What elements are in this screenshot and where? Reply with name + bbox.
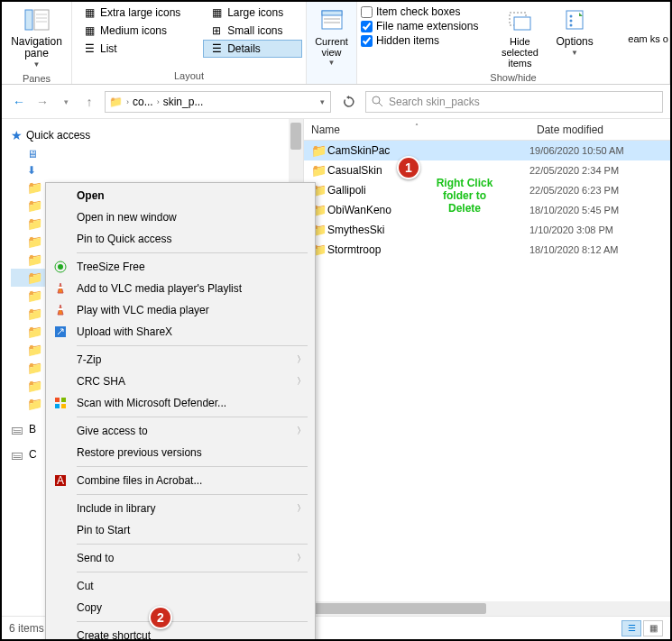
layout-extra-large-icons[interactable]: ▦Extra large icons [76, 4, 199, 22]
context-menu-item[interactable]: Add to VLC media player's Playlist [46, 278, 315, 299]
back-button[interactable]: ← [9, 92, 29, 112]
file-row[interactable]: 📁CamSkinPac19/06/2020 10:50 AM [304, 141, 670, 160]
context-menu-label: Scan with Microsoft Defender... [77, 397, 306, 409]
thumbnails-view-toggle[interactable]: ▦ [643, 620, 663, 636]
context-menu-item[interactable]: 7-Zip〉 [46, 349, 315, 371]
options-button[interactable]: Options ▼ [552, 4, 596, 60]
svg-rect-11 [566, 11, 583, 29]
svg-point-18 [58, 264, 63, 270]
column-header-name[interactable]: ˄ Name [304, 124, 529, 136]
context-menu-item[interactable]: Play with VLC media player [46, 299, 315, 321]
navigation-pane-label: Navigation pane [9, 36, 64, 60]
folder-icon: 📁 [27, 198, 42, 213]
horizontal-scrollbar[interactable] [304, 601, 670, 616]
breadcrumb-segment[interactable]: skin_p... [163, 96, 204, 108]
up-button[interactable]: ↑ [79, 92, 99, 112]
layout-medium-icons[interactable]: ▦Medium icons [76, 22, 199, 40]
quick-access-header[interactable]: ★ Quick access [11, 126, 303, 146]
breadcrumb[interactable]: 📁 › co... › skin_p... ▾ [105, 91, 331, 113]
scrollbar-thumb[interactable] [290, 123, 301, 150]
file-name-extensions-toggle[interactable]: File name extensions [361, 20, 478, 32]
blank-icon [51, 187, 69, 205]
chevron-right-icon: 〉 [297, 502, 306, 515]
forward-button[interactable]: → [32, 92, 52, 112]
file-row[interactable]: 📁SmythesSki1/10/2020 3:08 PM [304, 220, 670, 240]
treesize-icon [51, 258, 69, 276]
svg-rect-20 [58, 308, 63, 310]
context-menu-label: Combine files in Acrobat... [77, 474, 306, 487]
folder-icon: 📁 [27, 234, 42, 249]
recent-locations-button[interactable]: ▾ [56, 92, 76, 112]
file-date: 22/05/2020 2:34 PM [529, 165, 619, 176]
item-checkboxes-toggle[interactable]: Item check boxes [361, 5, 478, 18]
navigation-pane-icon [23, 5, 51, 34]
folder-icon: 📁 [311, 143, 327, 158]
tree-item[interactable]: ⬇ [11, 162, 303, 179]
svg-point-14 [570, 24, 573, 27]
layout-large-icons[interactable]: ▦Large icons [203, 4, 302, 22]
context-menu-item[interactable]: Include in library〉 [46, 498, 315, 519]
folder-icon: 📁 [27, 325, 42, 339]
context-menu-item[interactable]: Cut [46, 575, 315, 597]
scrollbar-thumb[interactable] [306, 603, 486, 614]
context-menu-label: Restore previous versions [77, 446, 306, 459]
ribbon-group-current-view: Current view ▼ [307, 2, 357, 84]
context-menu-item[interactable]: Pin to Quick access [46, 228, 315, 250]
context-menu-item[interactable]: Scan with Microsoft Defender... [46, 392, 315, 414]
details-icon: ☰ [209, 42, 224, 55]
context-menu-item[interactable]: ACombine files in Acrobat... [46, 470, 315, 491]
svg-rect-1 [34, 10, 49, 30]
context-menu-item[interactable]: Open in new window [46, 206, 315, 228]
blank-icon [51, 351, 69, 369]
current-view-button[interactable]: Current view ▼ [310, 4, 353, 69]
svg-rect-0 [25, 10, 32, 30]
layout-small-icons[interactable]: ⊞Small icons [203, 22, 302, 40]
context-menu-label: Pin to Quick access [77, 233, 306, 245]
details-view-toggle[interactable]: ☰ [621, 620, 641, 636]
chevron-right-icon: 〉 [297, 353, 306, 366]
layout-list[interactable]: ☰List [76, 40, 199, 58]
search-input[interactable]: Search skin_packs [365, 91, 663, 113]
context-menu-item[interactable]: Give access to〉 [46, 420, 315, 442]
context-menu-separator [77, 252, 308, 253]
desktop-icon: 🖥 [27, 148, 38, 160]
context-menu-item[interactable]: Pin to Start [46, 519, 315, 541]
large-icons-icon: ▦ [209, 6, 224, 19]
folder-icon: 📁 [27, 252, 42, 267]
blank-icon [51, 372, 69, 390]
context-menu-item[interactable]: Copy [46, 597, 315, 618]
column-header-date[interactable]: Date modified [529, 124, 670, 136]
current-view-label: Current view [314, 36, 349, 58]
folder-icon: 📁 [27, 307, 42, 321]
blank-icon [51, 230, 69, 248]
context-menu-item[interactable]: Restore previous versions [46, 442, 315, 463]
context-menu-item[interactable]: Upload with ShareX [46, 321, 315, 343]
file-name: CasualSkin [327, 164, 529, 177]
refresh-button[interactable] [338, 91, 360, 113]
list-icon: ☰ [82, 42, 97, 55]
hidden-items-toggle[interactable]: Hidden items [361, 34, 478, 47]
drive-icon: 🖴 [11, 447, 23, 462]
context-menu-item[interactable]: Send to〉 [46, 547, 315, 569]
blank-icon [51, 549, 69, 567]
breadcrumb-segment[interactable]: co... [133, 96, 153, 108]
hide-selected-items-button[interactable]: Hide selected items [489, 4, 550, 70]
file-date: 18/10/2020 8:12 AM [529, 244, 618, 255]
folder-icon: 📁 [27, 361, 42, 375]
context-menu-item[interactable]: CRC SHA〉 [46, 371, 315, 392]
search-icon [372, 96, 383, 107]
context-menu-separator [77, 417, 308, 417]
folder-icon: 📁 [27, 216, 42, 231]
chevron-down-icon[interactable]: ▾ [318, 97, 327, 106]
layout-details[interactable]: ☰Details [203, 40, 302, 58]
tree-item[interactable]: 🖥 [11, 146, 303, 162]
ribbon-group-panes-label: Panes [5, 71, 68, 87]
nav-arrows: ← → ▾ ↑ [9, 92, 99, 112]
file-row[interactable]: 📁Stormtroop18/10/2020 8:12 AM [304, 240, 670, 260]
navigation-pane-button[interactable]: Navigation pane ▼ [5, 4, 68, 71]
context-menu-item[interactable]: Open [46, 185, 315, 206]
context-menu-item[interactable]: Create shortcut [46, 625, 315, 641]
context-menu-item[interactable]: TreeSize Free [46, 256, 315, 278]
options-icon [560, 5, 589, 34]
quick-access-label: Quick access [26, 129, 90, 142]
